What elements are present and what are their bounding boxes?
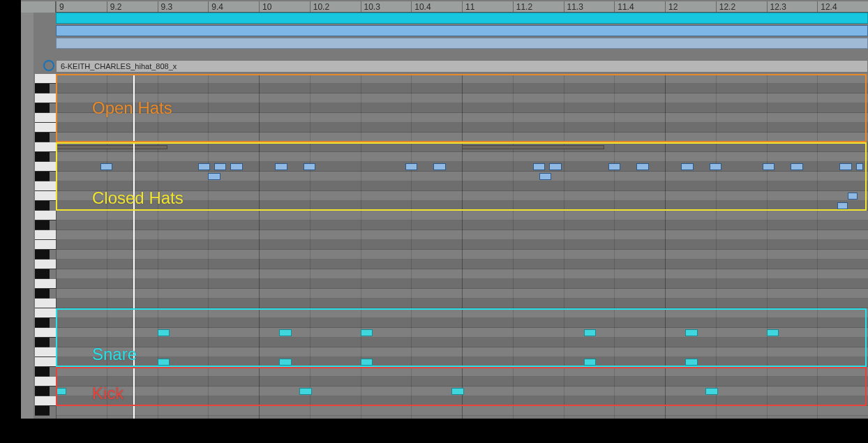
midi-note-closed_hat_upper[interactable] [275,163,287,170]
piano-key-black[interactable] [35,250,50,260]
piano-key-white[interactable] [35,299,56,308]
clip-header[interactable]: 6-KEITH_CHARLES_hihat_808_x [56,60,868,73]
gridline [462,74,463,419]
piano-key-white[interactable] [35,328,56,338]
gridline [107,74,107,419]
midi-note-snare_lo[interactable] [279,359,291,366]
piano-roll[interactable]: Open HatsClosed HatsSnareKick [56,74,868,419]
midi-note-snare_hi[interactable] [584,329,596,336]
midi-note-kick[interactable] [299,388,311,395]
gridline [767,74,768,419]
midi-note-kick[interactable] [451,388,463,395]
ruler-tick: 11.4 [614,1,634,12]
midi-note-closed_hat_upper[interactable] [549,163,561,170]
clip-name: 6-KEITH_CHARLES_hihat_808_x [61,62,177,70]
midi-note-closed_hat_upper[interactable] [636,163,648,170]
piano-key-white[interactable] [35,396,56,406]
midi-note-closed_hat_upper[interactable] [100,163,112,170]
loop-icon[interactable] [43,60,54,71]
piano-key-black[interactable] [35,367,50,377]
gridline [614,74,615,419]
ruler-tick: 9.3 [158,1,173,12]
piano-key-white[interactable] [35,357,56,367]
track-strip-1[interactable] [56,13,868,24]
piano-key-white[interactable] [35,230,56,240]
timeline-ruler[interactable]: 99.29.39.41010.210.310.41111.211.311.412… [56,1,868,13]
piano-key-black[interactable] [35,103,50,113]
midi-note-closed_hat_upper[interactable] [533,163,545,170]
midi-note-snare_lo[interactable] [361,359,373,366]
ruler-tick: 10 [259,1,271,12]
midi-note-closed_hat_fill_b[interactable] [837,202,848,209]
piano-key-white[interactable] [35,142,56,152]
midi-note-snare_hi[interactable] [361,329,373,336]
piano-key-black[interactable] [35,220,50,230]
track-strip-2[interactable] [56,25,868,36]
midi-note-closed_hat_fill_a[interactable] [848,193,858,200]
piano-key-white[interactable] [35,74,56,84]
midi-note-closed_hat_upper[interactable] [710,163,721,170]
midi-note-snare_hi[interactable] [685,329,697,336]
midi-note-closed_hat_upper[interactable] [433,163,445,170]
sustain-note[interactable] [56,145,167,149]
midi-note-closed_hat_upper[interactable] [214,163,226,170]
piano-key-black[interactable] [35,84,50,93]
midi-note-snare_lo[interactable] [158,359,170,366]
piano-key-white[interactable] [35,123,56,133]
piano-key-black[interactable] [35,386,50,396]
midi-note-snare_lo[interactable] [685,359,697,366]
piano-key-black[interactable] [35,201,50,211]
midi-note-closed_hat_upper[interactable] [304,163,315,170]
ruler-tick: 9 [56,1,64,12]
ruler-tick: 12 [665,1,678,12]
piano-key-black[interactable] [35,338,50,347]
midi-note-kick[interactable] [705,388,717,395]
piano-key-white[interactable] [35,377,56,386]
midi-note-closed_hat_upper[interactable] [763,163,775,170]
midi-note-kick[interactable] [56,388,66,395]
piano-key-black[interactable] [35,318,50,328]
ruler-tick: 10.3 [361,1,380,12]
midi-note-closed_hat_upper[interactable] [405,163,417,170]
midi-note-closed_hat_upper[interactable] [230,163,242,170]
piano-key-white[interactable] [35,113,56,123]
midi-note-closed_hat_upper[interactable] [839,163,851,170]
gridline [564,74,564,419]
piano-key-black[interactable] [35,172,50,181]
piano-keyboard[interactable] [35,74,56,419]
midi-note-snare_hi[interactable] [767,329,779,336]
sustain-note[interactable] [462,145,604,149]
piano-key-white[interactable] [35,191,56,201]
midi-note-closed_hat_lower[interactable] [208,173,220,180]
playhead[interactable] [133,74,135,419]
piano-key-white[interactable] [35,211,56,220]
piano-key-black[interactable] [35,152,50,162]
piano-key-white[interactable] [35,260,56,269]
midi-note-snare_hi[interactable] [279,329,291,336]
gridline [665,74,666,419]
midi-note-closed_hat_upper[interactable] [608,163,620,170]
piano-key-white[interactable] [35,181,56,191]
piano-key-black[interactable] [35,406,50,416]
track-strip-3[interactable] [56,38,868,49]
midi-note-snare_hi[interactable] [158,329,170,336]
piano-key-black[interactable] [35,133,50,142]
piano-key-white[interactable] [35,347,56,357]
midi-note-closed_hat_lower[interactable] [539,173,551,180]
piano-key-white[interactable] [35,308,56,318]
midi-note-closed_hat_upper[interactable] [791,163,802,170]
ruler-corner [21,1,56,13]
ruler-tick: 10.2 [310,1,329,12]
piano-key-black[interactable] [35,269,50,279]
piano-key-white[interactable] [35,162,56,172]
piano-key-white[interactable] [35,93,56,103]
piano-key-black[interactable] [35,289,50,299]
midi-note-closed_hat_upper[interactable] [681,163,693,170]
piano-key-white[interactable] [35,240,56,250]
midi-note-closed_hat_upper[interactable] [198,163,210,170]
piano-key-white[interactable] [35,279,56,289]
gridline [817,74,818,419]
gridline [716,74,717,419]
midi-note-snare_lo[interactable] [584,359,596,366]
midi-note-closed_hat_upper[interactable] [856,163,863,170]
